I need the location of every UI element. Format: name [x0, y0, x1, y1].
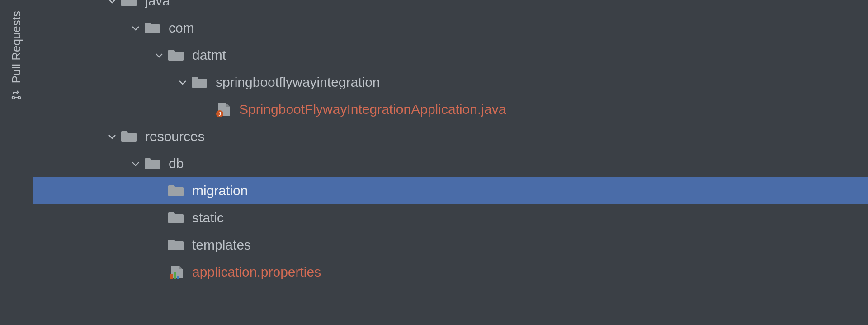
folder-label: migration: [192, 184, 248, 198]
tree-indent: [33, 272, 152, 273]
rail-tab-pull-requests[interactable]: Pull Requests: [9, 8, 24, 103]
tree-row-folder[interactable]: db: [33, 150, 868, 177]
ide-window: Pull Requests javacomdatmtspringbootflyw…: [0, 0, 868, 325]
tree-row-file[interactable]: SpringbootFlywayIntegrationApplication.j…: [33, 96, 868, 123]
java-icon: [213, 102, 233, 117]
chevron-down-icon[interactable]: [105, 0, 119, 6]
chevron-down-icon[interactable]: [176, 77, 189, 87]
tree-row-folder[interactable]: springbootflywayintegration: [33, 69, 868, 96]
tree-row-folder[interactable]: java: [33, 0, 868, 14]
file-label: SpringbootFlywayIntegrationApplication.j…: [239, 103, 506, 116]
tree-indent: [33, 1, 105, 1]
folder-icon: [119, 129, 139, 144]
tree-row-folder[interactable]: com: [33, 14, 868, 42]
project-tree[interactable]: javacomdatmtspringbootflywayintegrationS…: [33, 0, 868, 325]
folder-label: java: [145, 0, 170, 8]
tree-row-folder[interactable]: static: [33, 204, 868, 231]
folder-icon: [166, 48, 186, 62]
folder-icon: [142, 156, 162, 171]
folder-icon: [166, 238, 186, 252]
tree-row-file[interactable]: application.properties: [33, 259, 868, 286]
tree-row-folder[interactable]: migration: [33, 177, 868, 204]
folder-icon: [166, 211, 186, 225]
tree-indent: [33, 82, 176, 83]
folder-icon: [119, 0, 139, 8]
rail-tab-label: Pull Requests: [9, 11, 24, 83]
tree-indent: [33, 164, 129, 164]
folder-label: datmt: [192, 48, 226, 62]
chevron-down-icon[interactable]: [129, 159, 142, 169]
folder-label: db: [169, 157, 184, 170]
tree-indent: [33, 218, 152, 218]
pull-requests-icon: [9, 89, 24, 100]
svg-point-1: [18, 96, 20, 99]
tree-indent: [33, 137, 105, 137]
tree-indent: [33, 109, 199, 110]
folder-icon: [142, 21, 162, 35]
tree-indent: [33, 191, 152, 191]
folder-label: templates: [192, 238, 251, 252]
chevron-down-icon[interactable]: [152, 50, 166, 60]
tree-row-folder[interactable]: resources: [33, 123, 868, 150]
chevron-down-icon[interactable]: [105, 132, 119, 141]
file-label: application.properties: [192, 265, 321, 279]
tree-indent: [33, 55, 152, 56]
properties-icon: [166, 265, 186, 279]
tree-indent: [33, 28, 129, 28]
folder-label: springbootflywayintegration: [216, 75, 380, 89]
folder-label: static: [192, 211, 224, 225]
tree-row-folder[interactable]: templates: [33, 231, 868, 259]
chevron-down-icon[interactable]: [129, 23, 142, 33]
tree-indent: [33, 245, 152, 245]
svg-point-0: [12, 96, 14, 99]
folder-icon: [189, 75, 209, 89]
folder-label: com: [169, 21, 194, 35]
folder-label: resources: [145, 130, 205, 143]
tree-row-folder[interactable]: datmt: [33, 42, 868, 69]
tool-window-rail-left: Pull Requests: [0, 0, 33, 325]
folder-icon: [166, 184, 186, 198]
